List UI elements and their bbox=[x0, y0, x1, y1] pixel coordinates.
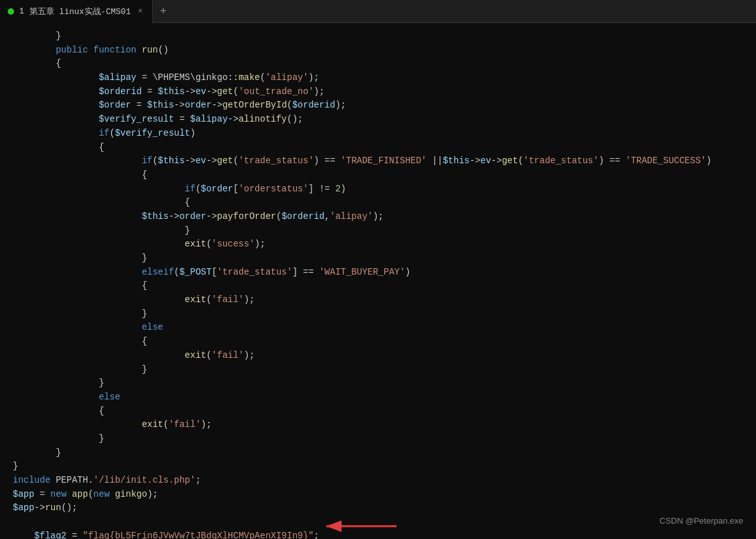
code-area: } public function run() { $alipay = \PHP… bbox=[0, 23, 756, 539]
tab-item[interactable]: 1 第五章 linux实战-CMS01 × bbox=[0, 0, 153, 23]
tab-dot bbox=[8, 8, 14, 15]
code-line: } bbox=[13, 460, 743, 474]
code-line: include PEPATH.'/lib/init.cls.php'; bbox=[13, 474, 743, 488]
code-line: exit('sucess'); bbox=[13, 237, 743, 252]
tab-title: 第五章 linux实战-CMS01 bbox=[29, 6, 131, 17]
flag2-line: $flag2 = "flag{bL5Frin6JVwVw7tJBdqXlHCMV… bbox=[13, 515, 743, 539]
code-line: } bbox=[13, 363, 743, 377]
code-line: $order = $this->order->getOrderById($ord… bbox=[13, 99, 743, 113]
code-line: } bbox=[13, 376, 743, 390]
code-line: $app = new app(new ginkgo); bbox=[13, 488, 743, 502]
tab-bar: 1 第五章 linux实战-CMS01 × + bbox=[0, 0, 756, 23]
code-line: if($this->ev->get('trade_status') == 'TR… bbox=[13, 154, 743, 168]
code-line: $orderid = $this->ev->get('out_trade_no'… bbox=[13, 85, 743, 99]
code-line: exit('fail'); bbox=[13, 418, 743, 432]
code-line: { bbox=[13, 141, 743, 155]
code-line: { bbox=[13, 335, 743, 349]
code-line: } bbox=[13, 252, 743, 266]
code-line: } bbox=[13, 224, 743, 238]
code-line: else bbox=[13, 390, 743, 405]
tab-add-button[interactable]: + bbox=[153, 0, 173, 23]
code-line: $app->run(); bbox=[13, 501, 743, 515]
code-line: $this->order->payforOrder($orderid,'alip… bbox=[13, 210, 743, 224]
code-line: $verify_result = $alipay->alinotify(); bbox=[13, 113, 743, 127]
arrow-icon bbox=[320, 517, 403, 536]
code-line: { bbox=[13, 57, 743, 71]
code-line: elseif($_POST['trade_status'] == 'WAIT_B… bbox=[13, 266, 743, 280]
code-line: { bbox=[13, 196, 743, 210]
code-line: } bbox=[13, 432, 743, 446]
watermark: CSDN @Peterpan.exe bbox=[659, 515, 743, 527]
code-line: $alipay = \PHPEMS\ginkgo::make('alipay')… bbox=[13, 71, 743, 85]
code-line: } bbox=[13, 446, 743, 460]
code-line: exit('fail'); bbox=[13, 349, 743, 363]
code-line: if($verify_result) bbox=[13, 127, 743, 141]
code-line: { bbox=[13, 168, 743, 182]
code-line: { bbox=[13, 279, 743, 293]
code-line: public function run() bbox=[13, 44, 743, 58]
tab-number: 1 bbox=[19, 6, 24, 16]
tab-close-button[interactable]: × bbox=[136, 7, 145, 16]
code-line: else bbox=[13, 321, 743, 335]
code-line: } bbox=[13, 307, 743, 321]
code-line: exit('fail'); bbox=[13, 293, 743, 307]
code-line: { bbox=[13, 405, 743, 419]
code-line: } bbox=[13, 29, 743, 44]
code-line: if($order['orderstatus'] != 2) bbox=[13, 182, 743, 197]
